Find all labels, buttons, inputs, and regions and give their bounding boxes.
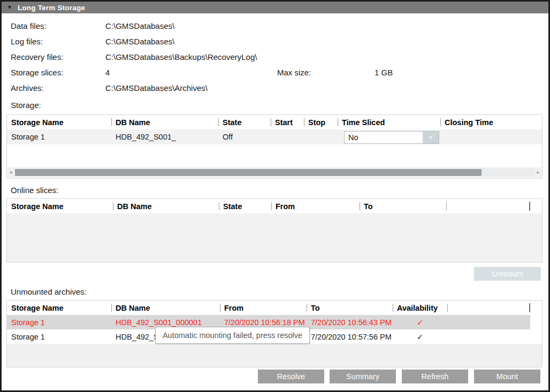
unmounted-archives-label: Unmounted archives: bbox=[11, 287, 87, 296]
storage-table: Storage Name DB Name State Start Stop Ti… bbox=[6, 114, 543, 179]
max-size-value: 1 GB bbox=[375, 68, 393, 77]
cell-db-name: HDB_492_S001_ bbox=[111, 133, 218, 141]
mount-button[interactable]: Mount bbox=[474, 370, 540, 383]
col-header-state[interactable]: State bbox=[219, 199, 271, 213]
cell-from: 7/20/2020 10:56:18 PM bbox=[220, 318, 307, 327]
scroll-left-icon[interactable]: ◄ bbox=[7, 171, 14, 175]
log-files-label: Log files: bbox=[11, 37, 43, 46]
online-slices-table: Storage Name DB Name State From To bbox=[6, 198, 543, 263]
col-header-storage-name[interactable]: Storage Name bbox=[7, 115, 111, 129]
col-header-from[interactable]: From bbox=[271, 199, 360, 213]
storage-section-label: Storage: bbox=[11, 101, 41, 110]
log-files-value: C:\GMSDatabases\ bbox=[105, 37, 174, 46]
cell-to: 7/20/2020 10:57:56 PM bbox=[307, 333, 393, 341]
data-files-label: Data files: bbox=[11, 21, 47, 30]
col-header-availability[interactable]: Availability bbox=[393, 301, 447, 315]
storage-table-row[interactable]: Storage 1 HDB_492_S001_ Off bbox=[7, 129, 542, 144]
resolve-button[interactable]: Resolve bbox=[258, 370, 324, 383]
time-sliced-selected-value: No bbox=[345, 132, 423, 143]
archives-table-empty-area bbox=[7, 344, 542, 367]
col-header-db-name[interactable]: DB Name bbox=[111, 301, 220, 315]
archives-label: Archives: bbox=[11, 83, 44, 93]
scrollbar-thumb[interactable] bbox=[15, 169, 482, 176]
long-term-storage-panel: ▼ Long Term Storage Data files: C:\GMSDa… bbox=[0, 0, 550, 392]
col-header-to[interactable]: To bbox=[360, 199, 446, 213]
online-table-header: Storage Name DB Name State From To bbox=[7, 199, 542, 213]
chevron-down-icon: ▼ bbox=[428, 135, 434, 141]
col-header-extra[interactable] bbox=[447, 301, 530, 315]
online-slices-label: Online slices: bbox=[11, 186, 58, 195]
cell-to: 7/20/2020 10:56:43 PM bbox=[307, 318, 393, 327]
storage-table-header: Storage Name DB Name State Start Stop Ti… bbox=[7, 115, 542, 129]
col-header-storage-name[interactable]: Storage Name bbox=[7, 301, 111, 315]
col-header-extra[interactable] bbox=[446, 199, 530, 213]
panel-title: Long Term Storage bbox=[18, 4, 85, 12]
col-header-db-name[interactable]: DB Name bbox=[113, 199, 219, 213]
col-header-closing-time[interactable]: Closing Time bbox=[440, 115, 543, 129]
archives-table-header: Storage Name DB Name From To Availabilit… bbox=[7, 301, 542, 315]
cell-storage-name: Storage 1 bbox=[7, 318, 111, 327]
col-header-stop[interactable]: Stop bbox=[304, 115, 338, 129]
refresh-button[interactable]: Refresh bbox=[402, 370, 468, 383]
storage-slices-label: Storage slices: bbox=[11, 68, 63, 77]
availability-check-icon: ✓ bbox=[393, 318, 447, 327]
dropdown-button[interactable]: ▼ bbox=[423, 132, 439, 143]
panel-header[interactable]: ▼ Long Term Storage bbox=[2, 2, 548, 13]
col-header-start[interactable]: Start bbox=[271, 115, 304, 129]
recovery-files-label: Recovery files: bbox=[11, 52, 63, 62]
cell-state: Off bbox=[218, 133, 271, 141]
summary-button[interactable]: Summary bbox=[330, 370, 396, 383]
recovery-files-value: C:\GMSDatabases\Backups\RecoveryLog\ bbox=[105, 52, 257, 62]
col-header-db-name[interactable]: DB Name bbox=[111, 115, 218, 129]
archives-value: C:\GMSDatabases\Archives\ bbox=[105, 83, 208, 93]
horizontal-scrollbar[interactable]: ◄ ► bbox=[7, 167, 541, 178]
availability-check-icon: ✓ bbox=[393, 333, 447, 341]
col-header-state[interactable]: State bbox=[218, 115, 271, 129]
time-sliced-dropdown[interactable]: No ▼ bbox=[344, 131, 439, 144]
col-header-time-sliced[interactable]: Time Sliced bbox=[338, 115, 440, 129]
cell-db-name: HDB_492_S001_000001 bbox=[111, 318, 220, 327]
tooltip: Automatic mounting failed, press resolve bbox=[155, 327, 310, 344]
col-header-from[interactable]: From bbox=[220, 301, 307, 315]
cell-storage-name: Storage 1 bbox=[7, 133, 111, 141]
unmount-button[interactable]: Unmount bbox=[474, 267, 541, 281]
online-table-empty-body bbox=[7, 213, 542, 262]
max-size-label: Max size: bbox=[277, 68, 311, 77]
col-header-storage-name[interactable]: Storage Name bbox=[7, 199, 113, 213]
col-header-to[interactable]: To bbox=[307, 301, 393, 315]
storage-slices-value: 4 bbox=[105, 68, 110, 77]
scroll-right-icon[interactable]: ► bbox=[535, 171, 541, 175]
scrollbar-track[interactable] bbox=[482, 169, 535, 176]
collapse-icon[interactable]: ▼ bbox=[7, 5, 12, 10]
cell-storage-name: Storage 1 bbox=[7, 333, 111, 341]
data-files-value: C:\GMSDatabases\ bbox=[105, 21, 174, 30]
